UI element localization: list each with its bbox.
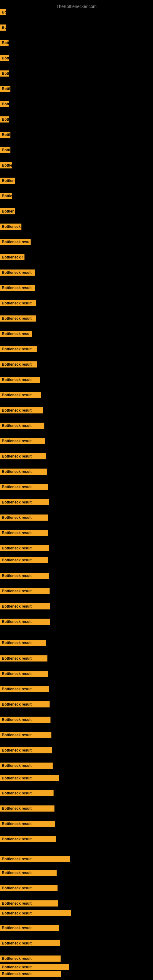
bottleneck-item: Bottleneck result (0, 346, 37, 353)
bottleneck-label: Bottleneck result (0, 407, 43, 414)
bottleneck-label: Bottleneck result (0, 619, 50, 625)
bottleneck-item: Bottlen (0, 178, 15, 185)
bottleneck-label: Bottleneck result (0, 300, 36, 306)
bottleneck-item: Bottleneck (0, 224, 21, 231)
bottleneck-label: Bottleneck result (0, 315, 36, 321)
bottleneck-label: Bottleneck result (0, 836, 56, 842)
bottleneck-label: Bottleneck (0, 224, 21, 230)
bottleneck-label: Bott (0, 70, 9, 76)
bottleneck-label: Bottlen (0, 178, 15, 184)
bottleneck-label: Bottleneck result (0, 686, 49, 692)
bottleneck-item: Bottleneck result (0, 805, 54, 813)
bottleneck-item: Bott (0, 55, 9, 62)
bottleneck-item: Bottleneck result (0, 285, 35, 292)
bottleneck-label: Bottleneck result (0, 790, 54, 796)
bottleneck-label: Bottleneck result (0, 545, 49, 551)
bottleneck-item: Bottleneck result (0, 732, 51, 739)
bottleneck-label: Bottleneck result (0, 603, 50, 609)
bottleneck-item: Bottleneck result (0, 655, 48, 663)
bottleneck-label: Bottleneck result (0, 438, 45, 444)
bottleneck-item: Bottleneck result (0, 971, 61, 978)
bottleneck-label: Bottleneck result (0, 655, 48, 662)
bottleneck-item: Bottleneck result (0, 717, 51, 724)
bottleneck-item: Bott (0, 70, 9, 78)
bottleneck-item: Bottleneck result (0, 910, 71, 918)
bottleneck-label: Bottleneck result (0, 762, 53, 769)
bottleneck-item: Bottleneck result (0, 885, 57, 892)
bottleneck-label: Bottle (0, 193, 12, 199)
bottleneck-label: Bott (0, 40, 9, 46)
bottleneck-label: Bottl (0, 132, 10, 138)
bottleneck-label: Bottleneck result (0, 499, 49, 505)
bottleneck-label: Bottleneck result (0, 469, 47, 475)
bottleneck-label: Bottleneck result (0, 900, 58, 907)
bottleneck-label: Bottl (0, 147, 10, 153)
bottleneck-label: Bottleneck result (0, 377, 40, 383)
bottleneck-item: Bottleneck result (0, 956, 61, 963)
bottleneck-label: Bottl (0, 86, 10, 92)
bottleneck-label: Bottleneck result (0, 701, 49, 708)
bottleneck-label: Bottleneck result (0, 885, 57, 891)
bottleneck-item: Bottleneck result (0, 484, 48, 491)
bottleneck-item: Bottleneck result (0, 821, 55, 828)
bottleneck-item: Bottleneck result (0, 530, 48, 537)
bottleneck-label: Bottleneck result (0, 640, 46, 646)
bottleneck-item: Bottleneck result (0, 747, 52, 755)
bottleneck-label: Bottleneck result (0, 732, 51, 738)
bottleneck-item: Bottleneck result (0, 686, 49, 694)
bottleneck-item: Bottleneck result (0, 940, 60, 948)
bottleneck-label: Bottleneck result (0, 925, 59, 931)
bottleneck-item: Bottleneck r (0, 254, 24, 261)
bottleneck-label: Bottleneck resu (0, 239, 30, 245)
bottleneck-item: Bottleneck result (0, 514, 48, 522)
bottleneck-item: Bottlen (0, 208, 15, 216)
bottleneck-item: Bottleneck result (0, 701, 49, 709)
bottleneck-item: Bottleneck result (0, 438, 45, 445)
bottleneck-item: Bottl (0, 147, 10, 154)
bottleneck-label: Bottleneck result (0, 971, 61, 977)
bottleneck-label: Bottleneck r (0, 254, 24, 260)
bottleneck-item: Bo (0, 24, 6, 32)
bottleneck-label: Bottleneck result (0, 269, 35, 275)
bottleneck-item: Bottleneck result (0, 603, 50, 611)
bottleneck-label: Bott (0, 101, 9, 107)
bottleneck-item: Bott (0, 40, 9, 47)
bottleneck-label: Bottlen (0, 208, 15, 215)
bottleneck-item: Bottl (0, 86, 10, 93)
bottleneck-label: Bottleneck result (0, 530, 48, 536)
bottleneck-label: Bott (0, 55, 9, 61)
bottleneck-label: Bottleneck result (0, 514, 48, 520)
bottleneck-item: Bottleneck result (0, 671, 48, 678)
bottleneck-item: Bottleneck result (0, 469, 47, 476)
bottleneck-item: Bottleneck resu (0, 331, 32, 338)
bottleneck-item: Bottle (0, 193, 12, 200)
bottleneck-label: Bottleneck result (0, 747, 52, 753)
bottleneck-item: Bottleneck result (0, 377, 40, 384)
bottleneck-label: Bottleneck result (0, 775, 59, 781)
bottleneck-label: Bottleneck result (0, 671, 48, 677)
bottleneck-label: Bottleneck result (0, 346, 37, 352)
bottleneck-item: Bottleneck result (0, 856, 70, 863)
bottleneck-item: Bottleneck result (0, 453, 46, 461)
bottleneck-item: Bottleneck result (0, 392, 41, 399)
bottleneck-item: Bottleneck result (0, 836, 56, 843)
bottleneck-label: Bottleneck result (0, 573, 49, 579)
bottleneck-item: Bottleneck resu (0, 239, 30, 246)
bottleneck-item: Bottleneck result (0, 545, 49, 552)
bottleneck-label: Bottleneck result (0, 588, 49, 594)
bottleneck-item: Bottleneck result (0, 423, 45, 430)
bottleneck-item: Bottleneck result (0, 557, 48, 565)
bottleneck-label: Bottleneck result (0, 805, 54, 811)
bottleneck-label: Bottleneck result (0, 392, 41, 398)
site-title: TheBottlenecker.com (0, 2, 153, 11)
bottleneck-item: Bottleneck result (0, 315, 36, 323)
bottleneck-label: Bottleneck result (0, 717, 51, 723)
bottleneck-item: Bottleneck result (0, 900, 58, 908)
bottleneck-label: Bott (0, 116, 9, 123)
bottleneck-label: Bottleneck result (0, 821, 55, 827)
bottleneck-label: Bottleneck result (0, 964, 69, 970)
bottleneck-item: Bott (0, 116, 9, 124)
bottleneck-item: Bottleneck result (0, 640, 46, 647)
bottleneck-item: Bottleneck result (0, 964, 69, 971)
bottleneck-item: Bott (0, 101, 9, 108)
